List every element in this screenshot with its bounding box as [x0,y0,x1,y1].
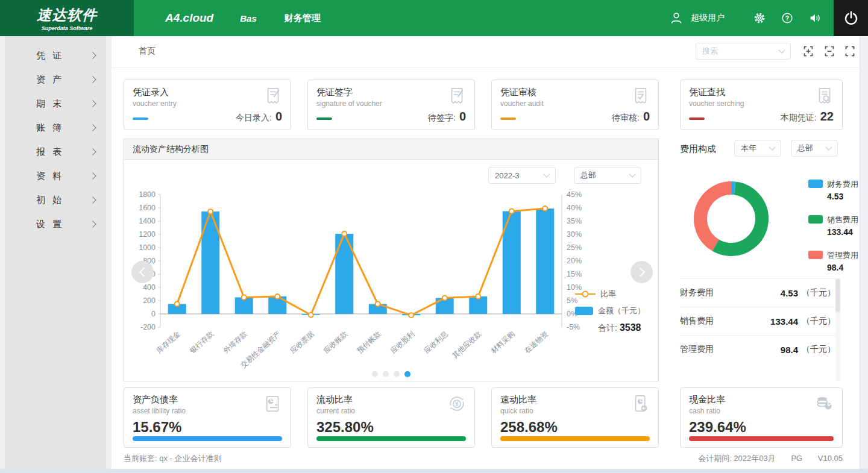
row-unit: （千元） [802,287,835,298]
legend-ratio[interactable]: 比率 [575,289,652,299]
expense-year-value: 本年 [741,143,770,154]
voucher-signature-icon [447,86,467,107]
voucher-audit-icon [631,86,651,107]
expense-row-sales[interactable]: 销售费用 133.44 （千元） [680,307,835,335]
nav-brand[interactable]: A4.cloud [165,11,213,25]
tab-home[interactable]: 首页 [139,46,156,57]
sound-icon[interactable] [808,11,822,25]
svg-text:-200: -200 [140,323,156,331]
sidebar-item-label: 账 簿 [36,122,64,134]
card-subtitle: current ratio [316,407,466,415]
legend-name: 销售费用 [827,215,858,224]
card-voucher-search[interactable]: 凭证查找 voucher serching 本期凭证:22 [680,80,843,130]
fullscreen-brackets-icon[interactable] [844,45,856,57]
legend-name: 管理费用 [827,251,858,260]
legend-value: 4.53 [827,192,844,201]
chevron-right-icon [636,268,646,277]
card-voucher-signature[interactable]: 凭证签字 signature of voucher 待签字:0 [307,80,475,130]
period-select[interactable]: 2022-3 [488,167,556,184]
bar-line-chart: 180016001400120010008006004002000-20045%… [124,187,659,371]
pager-dot[interactable] [372,371,378,377]
main-content: 首页 搜索 凭证录入 voucher entry 今日录入:0 凭证签字 sig… [112,36,860,469]
power-icon[interactable] [834,0,868,36]
row-name: 财务费用 [680,287,781,298]
quick-ratio-icon [631,394,651,415]
expense-legend: 财务费用 4.53 销售费用 133.44 管理费用 98.4 [808,178,844,285]
expense-list: 财务费用 4.53 （千元） 销售费用 133.44 （千元） 管理费用 98.… [680,278,835,363]
card-current-ratio[interactable]: 流动比率 current ratio 325.80% ¥ [307,387,475,448]
svg-text:银行存款: 银行存款 [187,330,215,356]
sidebar-item-assets[interactable]: 资 产 [5,67,106,92]
sidebar-item-settings[interactable]: 设 置 [5,212,106,236]
chevron-right-icon [89,148,96,155]
pager-dot-active[interactable] [404,371,410,377]
row-name: 管理费用 [680,344,781,355]
legend-admin-expense[interactable]: 管理费用 98.4 [808,249,844,272]
chart-pager [124,371,658,377]
chevron-down-icon [543,171,550,177]
legend-finance-expense[interactable]: 财务费用 4.53 [808,178,844,201]
sidebar-item-data[interactable]: 资 料 [5,164,106,188]
sidebar-item-voucher[interactable]: 凭 证 [5,43,106,67]
search-input[interactable]: 搜索 [696,43,791,60]
logo-subtitle: Superdata Software [42,25,93,31]
ratio-value: 325.80% [316,419,466,436]
user-icon[interactable] [669,11,684,25]
pager-dot[interactable] [383,371,389,377]
svg-text:在途物资: 在途物资 [523,330,550,356]
sidebar-item-reports[interactable]: 报 表 [5,140,106,164]
scrollbar-thumb[interactable] [835,278,840,312]
chart-next-button[interactable] [631,261,653,283]
legend-sales-expense[interactable]: 销售费用 133.44 [808,214,844,237]
svg-text:外埠存款: 外埠存款 [222,330,249,356]
card-asset-liability-ratio[interactable]: 资产负债率 asset libility ratio 15.67% [124,387,291,448]
zoom-out-brackets-icon[interactable] [823,45,835,57]
zoom-in-brackets-icon[interactable] [802,45,814,57]
app-logo: 速达软件 Superdata Software [0,0,134,36]
sidebar-item-period-end[interactable]: 期 末 [5,92,106,116]
db-badge: PG [791,454,802,463]
svg-text:25%: 25% [567,243,582,252]
legend-amount[interactable]: 金额（千元） [575,305,652,316]
svg-text:35%: 35% [567,217,582,225]
card-title: 流动比率 [316,394,466,406]
nav-suite[interactable]: Bas [240,13,257,23]
sidebar-item-ledgers[interactable]: 账 簿 [5,116,106,140]
swatch-icon [808,251,823,259]
swatch-icon [808,180,823,188]
nav-module-finance[interactable]: 财务管理 [285,13,321,24]
current-assets-chart-panel: 流动资产结构分析图 2022-3 总部 18001600140012001000… [124,139,659,381]
help-icon[interactable]: ? [780,11,794,25]
svg-text:?: ? [785,14,789,22]
row-name: 销售费用 [680,316,770,327]
ratio-value: 15.67% [133,419,282,436]
expense-year-select[interactable]: 本年 [734,140,781,157]
legend-total: 合计:3538 [575,322,652,334]
svg-text:¥: ¥ [455,401,459,407]
expense-row-admin[interactable]: 管理费用 98.4 （千元） [680,335,835,363]
card-stat-value: 0 [459,110,466,123]
svg-text:1000: 1000 [139,243,156,252]
sidebar-item-initial[interactable]: 初 始 [5,188,106,212]
svg-text:45%: 45% [567,190,582,199]
settings-icon[interactable] [752,11,767,25]
expense-panel: 费用构成 本年 总部 财务费用 4.53 销售费用 133.44 管理费用 98… [680,139,843,383]
expense-org-select[interactable]: 总部 [791,140,838,157]
org-select[interactable]: 总部 [574,167,641,184]
card-quick-ratio[interactable]: 速动比率 quick ratio 258.68% [491,387,659,448]
card-cash-ratio[interactable]: 现金比率 cash ratio 239.64% [680,387,843,448]
card-subtitle: quick ratio [500,407,650,415]
expense-org-value: 总部 [797,143,826,154]
svg-text:200: 200 [143,296,156,305]
chart-prev-button[interactable] [131,261,154,283]
accent-dash [316,117,332,120]
expense-row-finance[interactable]: 财务费用 4.53 （千元） [680,278,835,307]
user-name[interactable]: 超级用户 [691,13,725,23]
pager-dot[interactable] [394,371,400,377]
card-voucher-entry[interactable]: 凭证录入 voucher entry 今日录入:0 [124,80,291,130]
card-voucher-audit[interactable]: 凭证审核 voucher audit 待审核:0 [491,80,659,130]
card-subtitle: voucher serching [689,99,834,108]
sidebar: 凭 证 资 产 期 末 账 簿 报 表 资 料 初 始 设 置 [5,36,106,469]
row-value: 98.4 [781,345,798,355]
sidebar-item-label: 期 末 [36,98,64,110]
